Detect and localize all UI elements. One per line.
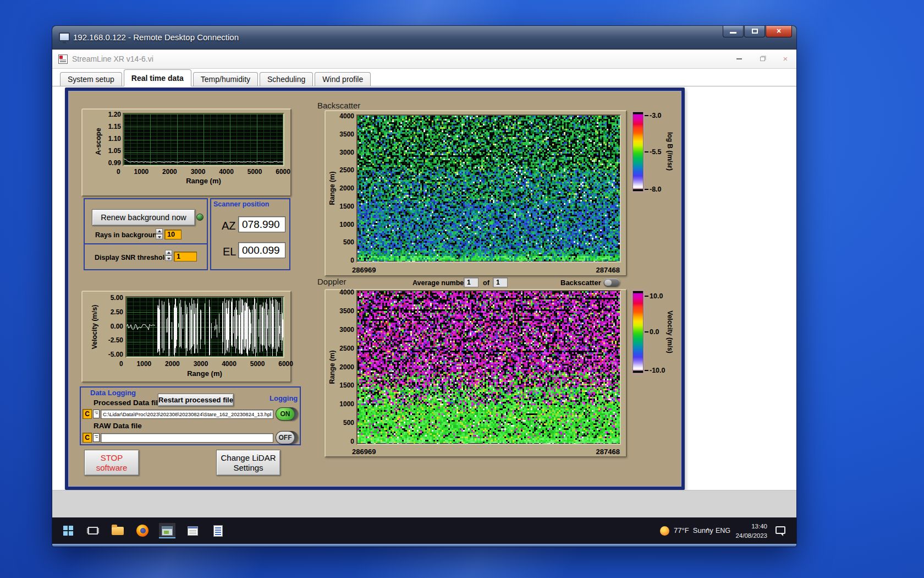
y-tick-label: 5.00 <box>111 294 123 302</box>
velocity-y-axis-label: Velocity (m/s) <box>91 305 98 350</box>
document-icon <box>213 525 223 537</box>
raw-browse-icon[interactable] <box>93 433 100 442</box>
maximize-icon <box>752 29 758 34</box>
app-close-button[interactable]: × <box>780 54 790 64</box>
x-tick-label: 6000 <box>278 360 293 368</box>
folder-icon <box>112 527 124 535</box>
rdp-close-button[interactable]: × <box>766 26 792 37</box>
average-number-label: Average number <box>413 279 466 287</box>
scan-scheduler-button[interactable] <box>184 523 201 538</box>
processed-path-field[interactable]: C:\Lidar\Data\Proc\2023\202308\20230824\… <box>101 410 273 419</box>
task-view-button[interactable] <box>85 523 101 538</box>
tab-real-time-data[interactable]: Real time data <box>124 69 191 86</box>
doppler-title: Doppler <box>317 277 346 286</box>
tab-system-setup[interactable]: System setup <box>60 72 122 86</box>
velocity-plot-area <box>125 296 284 358</box>
processed-logging-on-button[interactable]: ON <box>276 407 298 421</box>
snr-threshold-label: Display SNR threshold <box>95 254 169 261</box>
y-tick-label: 2000 <box>339 363 354 371</box>
app-titlebar[interactable]: StreamLine XR v14-6.vi × <box>52 50 796 69</box>
rays-spinner[interactable] <box>156 228 163 239</box>
y-tick-label: 3000 <box>339 326 354 334</box>
x-tick-label: 1000 <box>137 360 152 368</box>
notification-center-icon[interactable] <box>776 526 785 534</box>
x-tick-label: 4000 <box>219 168 234 176</box>
processed-drive-selector[interactable]: C <box>82 409 92 419</box>
tab-scheduling[interactable]: Scheduling <box>260 72 313 86</box>
rays-in-background-label: Rays in background <box>95 231 161 239</box>
rdp-maximize-button[interactable] <box>744 26 765 37</box>
minimize-icon <box>730 32 736 34</box>
average-number-field[interactable]: 1 <box>464 277 479 287</box>
y-tick-label: 0.00 <box>111 323 123 330</box>
snr-spinner[interactable] <box>165 250 172 261</box>
doppler-colorbar-tick-min: -10.0 <box>645 367 666 374</box>
app-minimize-button[interactable] <box>734 54 744 64</box>
y-tick-label: 500 <box>343 238 354 246</box>
processed-browse-icon[interactable] <box>93 410 100 418</box>
doppler-colorbar-tick-mid: 0.0 <box>645 328 659 336</box>
raw-path-field[interactable] <box>101 433 273 443</box>
raw-drive-selector[interactable]: C <box>82 433 92 443</box>
logging-label: Logging <box>270 394 298 402</box>
tray-chevron[interactable]: ^ <box>706 517 710 544</box>
change-button-line1: Change LiDAR <box>217 453 280 463</box>
restart-processed-file-button[interactable]: Restart processed file <box>158 394 234 406</box>
snr-value-field[interactable]: 1 <box>174 252 197 261</box>
y-tick-label: 3500 <box>339 130 354 138</box>
change-button-line2: Settings <box>217 463 280 473</box>
off-button-label: OFF <box>276 432 294 444</box>
start-button[interactable] <box>60 523 76 538</box>
rdp-window-bottom-border <box>52 544 796 547</box>
y-tick-label: 1.10 <box>108 135 121 143</box>
stop-button-line1: STOP <box>85 453 139 463</box>
main-panel: A-scope 1.201.151.101.050.99 01000200030… <box>65 88 685 490</box>
el-value-field[interactable]: 000.099 <box>238 242 285 258</box>
rdp-titlebar[interactable]: 192.168.0.122 - Remote Desktop Connectio… <box>52 26 796 50</box>
x-tick-label: 4000 <box>222 360 237 368</box>
x-tick-label: 3000 <box>194 360 208 368</box>
weather-desc: Sunny <box>693 526 713 535</box>
app-restore-button[interactable] <box>757 54 767 64</box>
doppler-y-axis-label: Range (m) <box>328 350 336 384</box>
file-explorer-button[interactable] <box>109 523 126 538</box>
az-value-field[interactable]: 078.990 <box>238 216 285 232</box>
stop-software-button[interactable]: STOP software <box>84 450 139 476</box>
weather-temp: 77°F <box>674 526 689 535</box>
of-label: of <box>483 279 490 287</box>
y-tick-label: 1000 <box>339 221 354 228</box>
change-lidar-settings-button[interactable]: Change LiDAR Settings <box>216 450 280 476</box>
ascope-y-ticks: 1.201.151.101.050.99 <box>102 111 121 167</box>
firefox-button[interactable] <box>134 523 151 538</box>
data-logging-box: Data Logging Processed Data file Restart… <box>80 386 301 445</box>
backscatter-display-toggle[interactable] <box>603 279 620 287</box>
y-tick-label: 0 <box>350 438 354 445</box>
velocity-x-axis-label: Range (m) <box>177 369 232 378</box>
clock[interactable]: 13:40 24/08/2023 <box>733 522 767 540</box>
ascope-plot-area <box>123 113 284 166</box>
language-indicator[interactable]: ENG <box>716 517 730 544</box>
stop-button-line2: software <box>85 463 139 473</box>
x-tick-label: 0 <box>117 168 120 176</box>
rays-value-field[interactable]: 10 <box>164 230 182 239</box>
streamline-app-button[interactable] <box>159 523 175 538</box>
y-tick-label: 2500 <box>339 166 354 174</box>
rdp-minimize-button[interactable] <box>723 26 744 37</box>
y-tick-label: 1000 <box>339 400 354 408</box>
raw-logging-off-button[interactable]: OFF <box>276 431 298 444</box>
renew-background-button[interactable]: Renew background now <box>92 209 195 226</box>
task-view-icon <box>88 527 98 535</box>
y-tick-label: 2000 <box>339 184 354 192</box>
y-tick-label: 1500 <box>339 203 354 210</box>
tab-temp-humidity[interactable]: Temp/humidity <box>193 72 258 86</box>
x-tick-label: 0 <box>119 360 123 368</box>
desktop-area-below-panel <box>52 490 796 517</box>
log-viewer-button[interactable] <box>210 523 226 538</box>
tab-wind-profile[interactable]: Wind profile <box>315 72 371 86</box>
doppler-backscatter-toggle-label: Backscatter <box>560 279 601 287</box>
average-total-field[interactable]: 1 <box>493 277 508 287</box>
minimize-icon <box>736 58 742 59</box>
y-tick-label: 0 <box>350 257 354 264</box>
y-tick-label: 1500 <box>339 381 354 389</box>
scan-scheduler-icon <box>188 526 198 536</box>
